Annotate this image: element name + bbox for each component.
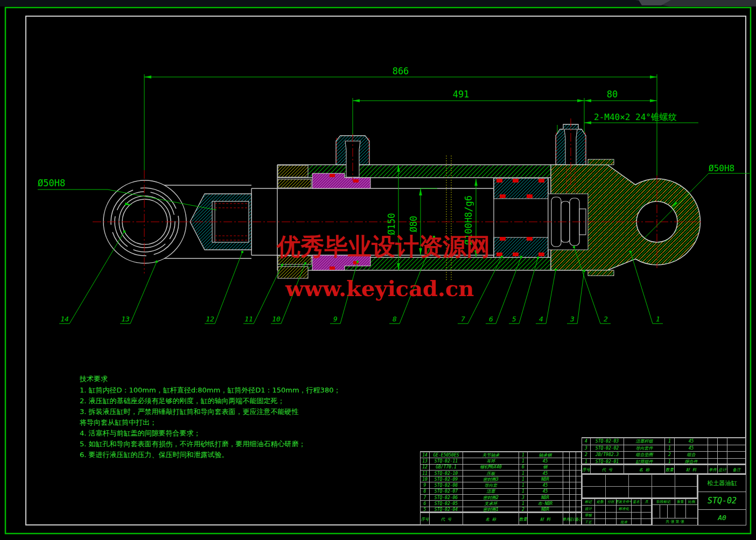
bom-cell: 12 — [421, 464, 430, 470]
bom-cell: 批准 — [617, 518, 632, 525]
bom-cell: JB/T982.3 — [591, 451, 624, 458]
bom-cell: 组合 — [675, 451, 708, 458]
callout-1: 1 — [656, 315, 660, 323]
callout-4: 4 — [539, 315, 543, 323]
bom-cell: 标准化 — [617, 505, 632, 512]
technical-requirements: 技术要求 1. 缸筒内径D：100mm，缸杆直径d:80mm，缸筒外径D1：15… — [80, 374, 392, 460]
bom-cell: 1 — [665, 438, 675, 445]
bom-cell — [563, 494, 570, 500]
bom-cell: STQ-02-05 — [430, 500, 463, 506]
bom-cell: 序号 — [582, 465, 591, 474]
stage-cell — [660, 504, 668, 518]
thread-note-label: 2-M40×2 24°锥螺纹 — [594, 112, 677, 122]
signature-grid: 标记处数分区更改文件号签名年、月、日设计标准化审核工艺批准 — [582, 498, 652, 525]
dim-491-label: 491 — [453, 89, 470, 100]
bom-cell: 1 — [519, 458, 528, 464]
bom-cell: 关节轴承 — [463, 452, 519, 458]
bom-cell: 45 — [528, 458, 563, 464]
bom-cell: STQ-02-07 — [430, 488, 463, 494]
bom-cell — [570, 488, 576, 494]
bom-cell: 密封圈3 — [463, 476, 519, 482]
callout-6: 6 — [489, 315, 493, 323]
bom-cell: 签名 — [632, 499, 641, 505]
bom-cell — [570, 500, 576, 506]
bom-cell: 支承环 — [463, 500, 519, 506]
bom-cell: 活塞 — [463, 488, 519, 494]
bom-cell: 13 — [421, 458, 430, 464]
bom-cell: 14 — [421, 452, 430, 458]
bom-cell — [563, 482, 570, 488]
bom-cell: 工艺 — [582, 518, 595, 525]
bom-cell: 45 — [528, 470, 563, 476]
dim-80-label: 80 — [607, 89, 618, 100]
bom-cell — [570, 482, 576, 488]
bom-cell — [632, 512, 641, 518]
callout-7: 7 — [461, 315, 465, 323]
bom-cell — [595, 505, 606, 512]
callout-8: 8 — [393, 315, 397, 323]
piston — [494, 178, 548, 257]
tech-req-line: 6. 要进行液压缸的压力、保压时间和泄露试验。 — [80, 450, 392, 460]
bom-cell — [563, 458, 570, 464]
callout-9: 9 — [333, 315, 338, 323]
title-column: 松土器油缸 STQ-02 A0 — [697, 474, 746, 525]
callout-10: 10 — [272, 315, 281, 323]
bom-cell: 45 — [675, 445, 708, 452]
bom-cell: 3 — [519, 494, 528, 500]
bom-cell — [595, 518, 606, 525]
bom-cell: 压板 — [463, 470, 519, 476]
bom-cell: STQ-02-02 — [591, 445, 624, 452]
dia50-right-label: Ø50H8 — [709, 163, 734, 173]
bom-table-right: 4STQ-02-03活塞杆组1453STQ-02-02导向套件1452JB/T9… — [582, 437, 746, 464]
callout-2: 2 — [604, 315, 608, 323]
tech-req-title: 技术要求 — [80, 374, 392, 384]
callout-13: 13 — [121, 315, 130, 323]
bom-cell — [606, 512, 617, 518]
bom-cell — [606, 505, 617, 512]
bom-cell — [641, 505, 652, 512]
bom-cell — [632, 518, 641, 525]
bom-cell: STQ-02-06 — [430, 494, 463, 500]
bom-cell: 更改文件号 — [617, 499, 632, 505]
bom-cell: 材 料 — [675, 465, 708, 474]
bom-cell: 1 — [519, 452, 528, 458]
bom-cell: 总计 — [718, 465, 727, 474]
tech-req-line: 将导向套从缸筒中打出； — [80, 417, 392, 428]
bom-cell — [570, 452, 576, 458]
bom-cell — [727, 445, 746, 452]
bom-cell: 备注 — [727, 465, 746, 474]
paper-size: A0 — [698, 509, 746, 525]
bom-cell: STQ-02-11 — [430, 458, 463, 464]
bom-cell: 8 — [421, 488, 430, 494]
bom-cell: GE-E5050ES — [430, 452, 463, 458]
bom-cell: 1 — [519, 500, 528, 506]
bom-cell: 9 — [421, 482, 430, 488]
drawing-number: STQ-02 — [698, 492, 746, 510]
bom-cell: 10 — [421, 476, 430, 482]
bom-cell — [617, 512, 632, 518]
bom-cell: 6 — [421, 500, 430, 506]
bom-cell: 45 — [528, 482, 563, 488]
revision-register-grid — [582, 474, 697, 498]
tech-req-line: 5. 如缸孔和导向套表面有损伤，不许用砂纸打磨，要用细油石精心研磨； — [80, 439, 392, 450]
bom-cell: 轴承钢 — [528, 452, 563, 458]
bom-cell: 处数 — [595, 499, 606, 505]
bom-cell: 1 — [519, 482, 528, 488]
bom-cell: 代 号 — [430, 513, 463, 525]
scale-value-cell — [685, 504, 698, 518]
bom-cell — [570, 458, 576, 464]
bom-cell — [570, 494, 576, 500]
bom-cell: 钢 — [528, 464, 563, 470]
bom-cell: 材 料 — [528, 513, 563, 525]
bom-cell — [606, 518, 617, 525]
stage-mark-block: 阶段标记 质量 比例 共 张 第 张 — [652, 498, 697, 525]
bom-cell: 审核 — [582, 512, 595, 518]
dim-866-label: 866 — [393, 66, 409, 76]
bom-cell: 设计 — [582, 505, 595, 512]
bom-cell: 1 — [519, 476, 528, 482]
bom-cell: 布-NBR — [528, 500, 563, 506]
bom-cell: 代 号 — [591, 465, 624, 474]
bom-cell: 序号 — [421, 513, 430, 525]
tech-req-line: 2. 液压缸的基础座必须有足够的刚度，缸的轴向两端不能固定死； — [80, 396, 392, 406]
bom-cell — [570, 476, 576, 482]
